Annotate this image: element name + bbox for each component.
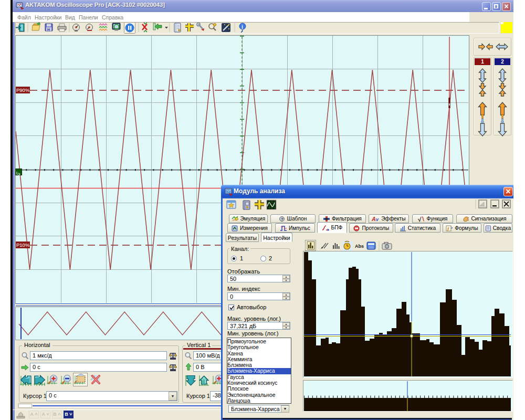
svg-text:A: A [372, 216, 376, 222]
svg-text:Abs: Abs [355, 244, 364, 249]
svg-text:v: v [376, 217, 379, 222]
svg-text:i: i [242, 24, 243, 30]
svg-text:√: √ [418, 216, 422, 222]
svg-text:ƒ: ƒ [447, 226, 450, 231]
svg-text:?: ? [281, 217, 284, 222]
svg-text:H: H [47, 28, 50, 32]
